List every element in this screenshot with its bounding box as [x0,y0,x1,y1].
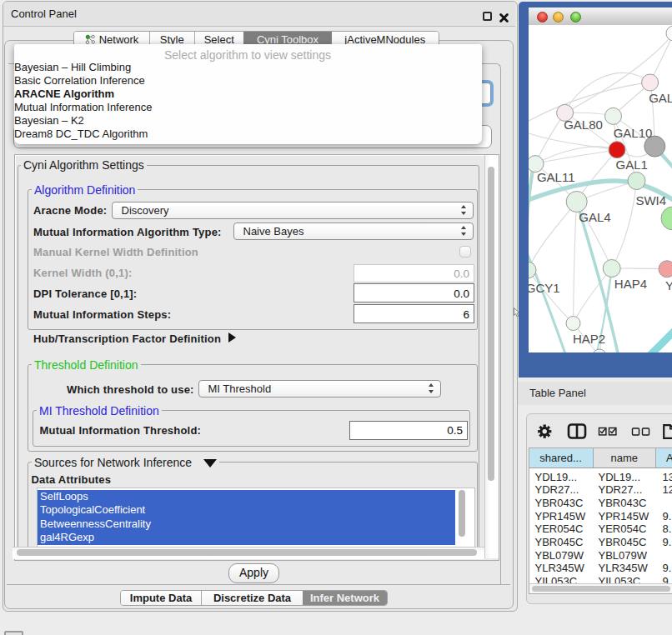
svg-text:GAL80: GAL80 [564,118,603,132]
svg-text:HAP4: HAP4 [614,277,647,291]
svg-text:YJR: YJR [665,278,672,292]
svg-text:HAP2: HAP2 [573,332,605,346]
svg-text:SWI4: SWI4 [635,193,666,208]
svg-text:GAL2: GAL2 [649,91,672,105]
svg-text:GAL10: GAL10 [614,126,653,140]
svg-text:GCY1: GCY1 [529,281,560,295]
svg-text:GAL4: GAL4 [579,210,610,224]
svg-text:GAL1: GAL1 [616,158,648,172]
svg-text:GAL11: GAL11 [537,170,575,184]
